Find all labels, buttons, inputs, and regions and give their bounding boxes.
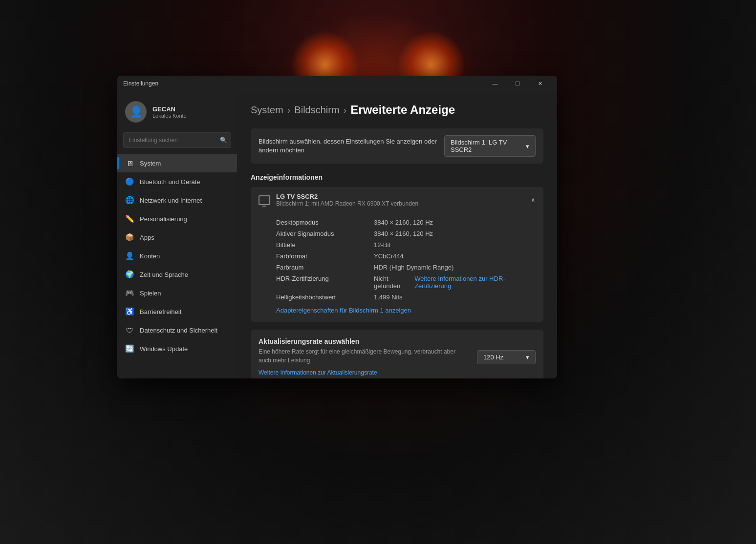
nav-label-accessibility: Barrierefreiheit bbox=[140, 308, 181, 315]
display-info-title: Anzeigeinformationen bbox=[251, 173, 543, 181]
info-row: Bittiefe12-Bit bbox=[276, 239, 536, 251]
sidebar-item-network[interactable]: 🌐Netzwerk und Internet bbox=[117, 191, 237, 209]
nav-label-bluetooth: Bluetooth und Geräte bbox=[140, 178, 200, 186]
nav-label-update: Windows Update bbox=[140, 345, 188, 353]
info-label: Farbraum bbox=[276, 264, 374, 271]
nav-icon-bluetooth: 🔵 bbox=[125, 177, 134, 186]
info-row: FarbraumHDR (High Dynamic Range) bbox=[276, 262, 536, 273]
info-value: Nicht gefunden bbox=[374, 275, 414, 290]
monitor-icon bbox=[259, 195, 270, 205]
display-card-header[interactable]: LG TV SSCR2 Bildschirm 1: mit AMD Radeon… bbox=[251, 187, 543, 213]
content-area: System › Bildschirm › Erweiterte Anzeige… bbox=[237, 91, 557, 378]
breadcrumb-system[interactable]: System bbox=[251, 105, 283, 116]
sidebar-item-privacy[interactable]: 🛡Datenschutz und Sicherheit bbox=[117, 321, 237, 339]
user-profile: 👤 GECAN Lokales Konto bbox=[117, 95, 237, 130]
titlebar: Einstellungen — ☐ ✕ bbox=[117, 76, 557, 91]
nav-icon-privacy: 🛡 bbox=[125, 326, 134, 335]
display-name: LG TV SSCR2 bbox=[276, 193, 525, 200]
nav-label-network: Netzwerk und Internet bbox=[140, 197, 202, 204]
nav-icon-system: 🖥 bbox=[125, 159, 134, 167]
display-card-header-info: LG TV SSCR2 Bildschirm 1: mit AMD Radeon… bbox=[276, 193, 525, 207]
info-value: 3840 × 2160, 120 Hz bbox=[374, 219, 433, 226]
user-name: GECAN bbox=[152, 105, 187, 113]
info-label: Desktopmodus bbox=[276, 219, 374, 226]
nav-label-system: System bbox=[140, 160, 161, 167]
refresh-title: Aktualisierungsrate auswählen bbox=[259, 337, 467, 345]
nav-label-accounts: Konten bbox=[140, 252, 160, 260]
search-icon: 🔍 bbox=[220, 137, 227, 144]
breadcrumb-current: Erweiterte Anzeige bbox=[350, 103, 455, 117]
monitor-selector-label: Bildschirm auswählen, dessen Einstellung… bbox=[259, 137, 444, 155]
titlebar-controls: — ☐ ✕ bbox=[484, 76, 551, 91]
info-value: 12-Bit bbox=[374, 241, 390, 249]
info-label: Bittiefe bbox=[276, 241, 374, 249]
info-row: Aktiver Signalmodus3840 × 2160, 120 Hz bbox=[276, 228, 536, 239]
nav-label-gaming: Spielen bbox=[140, 290, 161, 297]
sidebar-item-update[interactable]: 🔄Windows Update bbox=[117, 339, 237, 358]
info-value: 3840 × 2160, 120 Hz bbox=[374, 230, 433, 237]
refresh-dropdown[interactable]: 120 Hz ▾ bbox=[477, 350, 536, 364]
breadcrumb-bildschirm[interactable]: Bildschirm bbox=[294, 105, 339, 116]
display-sub: Bildschirm 1: mit AMD Radeon RX 6900 XT … bbox=[276, 200, 525, 207]
sidebar-item-gaming[interactable]: 🎮Spielen bbox=[117, 284, 237, 302]
breadcrumb: System › Bildschirm › Erweiterte Anzeige bbox=[251, 103, 543, 117]
nav-list: 🖥System🔵Bluetooth und Geräte🌐Netzwerk un… bbox=[117, 154, 237, 358]
user-type: Lokales Konto bbox=[152, 113, 187, 119]
sidebar-item-accounts[interactable]: 👤Konten bbox=[117, 247, 237, 265]
info-value: YCbCr444 bbox=[374, 252, 404, 260]
adapter-link[interactable]: Adaptereigenschaften für Bildschirm 1 an… bbox=[276, 307, 536, 314]
nav-icon-update: 🔄 bbox=[125, 344, 134, 353]
sidebar-item-apps[interactable]: 📦Apps bbox=[117, 228, 237, 247]
info-row: FarbformatYCbCr444 bbox=[276, 251, 536, 262]
nav-icon-accounts: 👤 bbox=[125, 251, 134, 260]
nav-label-personalization: Personalisierung bbox=[140, 215, 187, 223]
refresh-link[interactable]: Weitere Informationen zur Aktualisierung… bbox=[259, 369, 377, 376]
info-label: Farbformat bbox=[276, 252, 374, 260]
info-value: 1.499 Nits bbox=[374, 293, 403, 301]
maximize-button[interactable]: ☐ bbox=[506, 76, 529, 91]
info-value: HDR (High Dynamic Range) bbox=[374, 264, 454, 271]
window-body: 👤 GECAN Lokales Konto 🔍 🖥System🔵Bluetoot… bbox=[117, 91, 557, 378]
monitor-dropdown-value: Bildschirm 1: LG TV SSCR2 bbox=[451, 139, 522, 153]
sidebar: 👤 GECAN Lokales Konto 🔍 🖥System🔵Bluetoot… bbox=[117, 91, 237, 378]
info-label: Helligkeitshöchstwert bbox=[276, 293, 374, 301]
nav-icon-apps: 📦 bbox=[125, 233, 134, 242]
breadcrumb-sep-1: › bbox=[287, 105, 291, 116]
nav-icon-gaming: 🎮 bbox=[125, 289, 134, 297]
display-card: LG TV SSCR2 Bildschirm 1: mit AMD Radeon… bbox=[251, 187, 543, 322]
minimize-button[interactable]: — bbox=[484, 76, 506, 91]
refresh-dropdown-value: 120 Hz bbox=[483, 354, 503, 361]
settings-window: Einstellungen — ☐ ✕ 👤 GECAN Lokales Kont… bbox=[117, 76, 557, 378]
monitor-selector: Bildschirm auswählen, dessen Einstellung… bbox=[251, 128, 543, 164]
refresh-card: Aktualisierungsrate auswählen Eine höher… bbox=[251, 330, 543, 378]
monitor-dropdown-arrow: ▾ bbox=[526, 143, 529, 150]
search-box: 🔍 bbox=[123, 132, 231, 148]
sidebar-item-personalization[interactable]: ✏️Personalisierung bbox=[117, 209, 237, 228]
nav-icon-network: 🌐 bbox=[125, 196, 134, 205]
collapse-icon: ∧ bbox=[531, 196, 536, 204]
nav-icon-personalization: ✏️ bbox=[125, 214, 134, 223]
avatar: 👤 bbox=[125, 101, 147, 123]
close-button[interactable]: ✕ bbox=[529, 76, 551, 91]
display-card-body: Desktopmodus3840 × 2160, 120 HzAktiver S… bbox=[251, 213, 543, 322]
nav-label-privacy: Datenschutz und Sicherheit bbox=[140, 327, 217, 334]
monitor-dropdown[interactable]: Bildschirm 1: LG TV SSCR2 ▾ bbox=[444, 135, 536, 157]
search-input[interactable] bbox=[123, 132, 231, 148]
sidebar-item-bluetooth[interactable]: 🔵Bluetooth und Geräte bbox=[117, 172, 237, 191]
nav-label-apps: Apps bbox=[140, 234, 154, 241]
info-row: Helligkeitshöchstwert1.499 Nits bbox=[276, 292, 536, 303]
refresh-info: Aktualisierungsrate auswählen Eine höher… bbox=[259, 337, 467, 377]
info-row: Desktopmodus3840 × 2160, 120 Hz bbox=[276, 217, 536, 228]
info-row: HDR-ZertifizierungNicht gefunden Weitere… bbox=[276, 273, 536, 292]
sidebar-item-system[interactable]: 🖥System bbox=[117, 154, 237, 172]
info-label: Aktiver Signalmodus bbox=[276, 230, 374, 237]
breadcrumb-sep-2: › bbox=[344, 105, 347, 116]
sidebar-item-accessibility[interactable]: ♿Barrierefreiheit bbox=[117, 302, 237, 321]
nav-icon-time: 🌍 bbox=[125, 270, 134, 279]
refresh-dropdown-arrow: ▾ bbox=[526, 354, 529, 361]
hdr-link[interactable]: Weitere Informationen zur HDR-Zertifizie… bbox=[414, 275, 536, 290]
sidebar-item-time[interactable]: 🌍Zeit und Sprache bbox=[117, 265, 237, 284]
titlebar-title: Einstellungen bbox=[123, 80, 484, 87]
user-info: GECAN Lokales Konto bbox=[152, 105, 187, 119]
info-label: HDR-Zertifizierung bbox=[276, 275, 374, 290]
